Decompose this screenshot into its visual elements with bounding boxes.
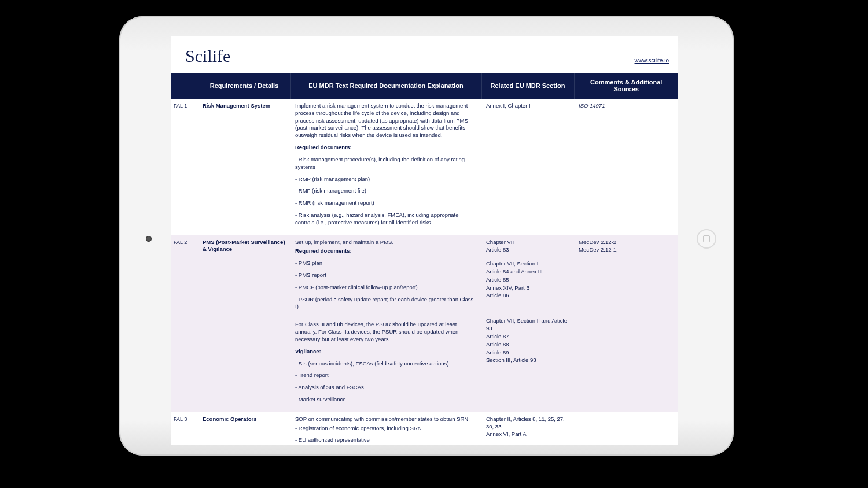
related-line: Article 84 and Annex III [486, 268, 569, 276]
bullet: - PMS plan [295, 260, 477, 267]
requirement-title: Economic Operators [203, 416, 256, 422]
related-line: Chapter VII, Section II and Article 93 [486, 317, 569, 332]
requirement-title: Risk Management System [203, 102, 270, 109]
related-line: Chapter VII [486, 239, 569, 246]
bullet: - Risk management procedure(s), includin… [295, 156, 477, 171]
bullet: - SIs (serious incidents), FSCAs (field … [295, 360, 477, 368]
row-comments: MedDev 2.12-2 MedDev 2.12-1, [574, 235, 678, 412]
table-row: FAL 1 Risk Management System Implement a… [171, 99, 678, 235]
website-link[interactable]: www.scilife.io [635, 57, 669, 64]
col-explanation: EU MDR Text Required Documentation Expla… [290, 73, 481, 99]
table-header: Requirements / Details EU MDR Text Requi… [171, 73, 678, 99]
bullet: - Market surveillance [295, 396, 477, 404]
logo-text: Scilife [185, 46, 230, 66]
bullet: - Analysis of SIs and FSCAs [295, 384, 477, 391]
related-line: Chapter II, Article 31 [486, 445, 569, 445]
camera-dot [146, 236, 152, 242]
explanation-intro: SOP on communicating with commission/mem… [295, 416, 477, 423]
related-line: Annex XIV, Part B [486, 284, 569, 292]
row-code: FAL 3 [171, 412, 198, 445]
row-related: Chapter II, Articles 8, 11, 25, 27, 30, … [481, 412, 574, 445]
explanation-intro: Set up, implement, and maintain a PMS. [295, 239, 477, 246]
related-line: Annex VI, Part A [486, 431, 569, 438]
explanation-intro: Implement a risk management system to co… [295, 102, 477, 139]
related-line: Article 89 [486, 349, 569, 357]
related-line: Article 87 [486, 333, 569, 341]
col-related: Related EU MDR Section [481, 73, 574, 99]
row-requirement: PMS (Post-Market Surveillance) & Vigilan… [198, 235, 290, 412]
tablet-frame: Scilife www.scilife.io Requirements / De… [119, 16, 734, 456]
table-row: FAL 2 PMS (Post-Market Surveillance) & V… [171, 235, 678, 412]
row-explanation: Set up, implement, and maintain a PMS. R… [290, 235, 481, 412]
bullet: - Registration of economic operators, in… [295, 425, 477, 432]
col-code [171, 73, 198, 99]
col-requirements: Requirements / Details [198, 73, 290, 99]
requirement-title: PMS (Post-Market Surveillance) & Vigilan… [203, 239, 285, 253]
related-line: Section III, Article 93 [486, 357, 569, 364]
row-related: Annex I, Chapter I [481, 99, 574, 235]
bullet: - EU authorized representative [295, 437, 477, 444]
bullet: - RMR (risk management report) [295, 199, 477, 207]
bullet: - Trend report [295, 372, 477, 379]
related-line: Article 86 [486, 292, 569, 300]
bullet: - PMCF (post-market clinical follow-up p… [295, 284, 477, 291]
required-docs-head: Required documents: [295, 144, 477, 151]
row-code: FAL 2 [171, 235, 198, 412]
comment-source: MedDev 2.12-2 [579, 239, 674, 246]
row-requirement: Risk Management System [198, 99, 290, 235]
home-button[interactable] [697, 229, 716, 249]
row-comments [574, 412, 678, 445]
row-code: FAL 1 [171, 99, 198, 235]
related-line: Chapter II, Articles 8, 11, 25, 27, 30, … [486, 416, 569, 431]
required-docs-head: Required documents: [295, 247, 477, 255]
bullet: - PMS report [295, 272, 477, 279]
requirements-table: Requirements / Details EU MDR Text Requi… [171, 73, 678, 445]
row-requirement: Economic Operators [198, 412, 290, 445]
bullet: - RMP (risk management plan) [295, 176, 477, 183]
row-explanation: Implement a risk management system to co… [290, 99, 481, 235]
related-line: Article 85 [486, 276, 569, 284]
bullet: - PSUR (periodic safety update report; f… [295, 296, 477, 311]
vigilance-head: Vigilance: [295, 348, 477, 356]
row-related: Chapter VII Article 83 Chapter VII, Sect… [481, 235, 574, 412]
related-line: Chapter VII, Section I [486, 260, 569, 268]
related-line: Article 83 [486, 246, 569, 254]
table-row: FAL 3 Economic Operators SOP on communic… [171, 412, 678, 445]
related-line: Article 88 [486, 341, 569, 349]
document-screen: Scilife www.scilife.io Requirements / De… [171, 36, 678, 445]
row-explanation: SOP on communicating with commission/mem… [290, 412, 481, 445]
comment-source: MedDev 2.12-1, [579, 246, 674, 254]
document-header: Scilife www.scilife.io [171, 36, 678, 73]
col-comments: Comments & Additional Sources [574, 73, 678, 99]
related-line: Annex I, Chapter I [486, 102, 569, 110]
bullet: - Risk analysis (e.g., hazard analysis, … [295, 212, 477, 227]
comment-source: ISO 14971 [579, 102, 605, 109]
explanation-para: For Class III and IIb devices, the PSUR … [295, 321, 477, 343]
row-comments: ISO 14971 [574, 99, 678, 235]
bullet: - RMF (risk management file) [295, 187, 477, 195]
